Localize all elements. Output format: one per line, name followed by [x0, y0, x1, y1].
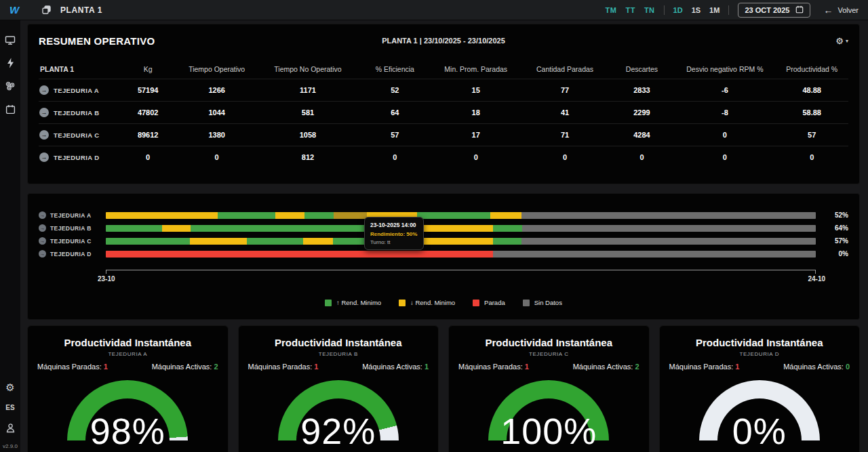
shift-button-tt[interactable]: TT [625, 6, 635, 14]
bar-segment[interactable] [303, 238, 333, 245]
bar-segment[interactable] [247, 238, 303, 245]
divider [664, 5, 665, 15]
bar-segment[interactable] [334, 212, 367, 219]
bar-segment[interactable] [106, 238, 190, 245]
language-selector[interactable]: ES [5, 404, 14, 411]
timeline-bar[interactable] [106, 225, 816, 232]
timeline-row: →TEJEDURIA D0% [39, 247, 848, 260]
row-name-cell: →TEJEDURIA C [39, 124, 119, 146]
row-expand-icon[interactable]: → [39, 237, 46, 245]
row-expand-icon[interactable]: → [39, 130, 49, 140]
row-name-cell: →TEJEDURIA D [39, 146, 119, 168]
bar-segment[interactable] [162, 225, 191, 232]
bar-segment[interactable] [106, 212, 218, 219]
row-expand-icon[interactable]: → [39, 152, 49, 162]
row-expand-icon[interactable]: → [39, 211, 46, 219]
bar-segment[interactable] [106, 251, 493, 258]
table-cell: 57 [775, 125, 848, 145]
table-cell: 581 [257, 102, 358, 123]
bar-segment[interactable] [275, 212, 304, 219]
timeline-row: →TEJEDURIA C57% [39, 234, 848, 247]
table-row[interactable]: →TEJEDURIA B4780210445816418412299-858.8… [39, 101, 848, 123]
timeline-row-name: TEJEDURIA B [50, 225, 92, 232]
panel-settings-button[interactable]: ⚙ ▾ [835, 36, 848, 46]
machines-paradas: Máquinas Paradas: 1 [37, 363, 108, 371]
panel-subtitle: PLANTA 1 | 23/10/2025 - 23/10/2025 [39, 37, 848, 45]
legend-item[interactable]: ↑ Rend. Minimo [325, 299, 381, 306]
timeline-row: →TEJEDURIA A52% [39, 209, 848, 222]
date-picker[interactable]: 23 OCT 2025 [738, 3, 810, 18]
back-button[interactable]: ← Volver [823, 5, 859, 15]
bar-segment[interactable] [493, 238, 522, 245]
bar-segment[interactable] [522, 225, 816, 232]
table-row[interactable]: →TEJEDURIA A57194126611715215772833-648.… [39, 79, 848, 101]
table-row[interactable]: →TEJEDURIA D00812000000 [39, 146, 848, 168]
row-expand-icon[interactable]: → [39, 85, 49, 95]
settings-gear-icon[interactable]: ⚙ [0, 376, 20, 399]
bar-segment[interactable] [521, 212, 815, 219]
bar-segment[interactable] [190, 238, 248, 245]
table-cell: 2299 [610, 102, 675, 123]
table-row[interactable]: →TEJEDURIA C89612138010585717714284057 [39, 123, 848, 146]
lightning-icon[interactable] [0, 52, 20, 75]
bar-segment[interactable] [417, 225, 493, 232]
shift-button-tm[interactable]: TM [606, 6, 617, 14]
period-button-1s[interactable]: 1S [692, 6, 701, 14]
chart-legend: ↑ Rend. Minimo↓ Rend. MinimoParadaSin Da… [39, 299, 848, 306]
timeline-bar[interactable] [106, 251, 816, 258]
bar-segment[interactable] [493, 251, 816, 258]
timeline-bar[interactable] [106, 238, 816, 245]
legend-label: ↑ Rend. Minimo [336, 299, 381, 306]
bar-segment[interactable] [304, 212, 334, 219]
row-expand-icon[interactable]: → [39, 224, 46, 232]
machines-paradas-value: 1 [735, 363, 739, 371]
table-column-header: Kg [119, 61, 176, 79]
machines-activas-value: 2 [214, 363, 218, 371]
shift-button-tn[interactable]: TN [644, 6, 655, 14]
top-bar: W PLANTA 1 TM TT TN 1D 1S 1M 23 OCT 2025 [0, 0, 868, 20]
table-cell: 71 [520, 125, 609, 145]
calendar-icon-sidebar[interactable] [0, 98, 20, 121]
legend-swatch [473, 300, 479, 306]
table-cell: 1171 [257, 80, 358, 100]
timeline-row-label: →TEJEDURIA A [39, 211, 106, 219]
table-cell: 77 [520, 80, 609, 100]
period-button-1m[interactable]: 1M [709, 6, 719, 14]
pages-icon[interactable] [42, 5, 51, 14]
timeline-row-label: →TEJEDURIA C [39, 237, 106, 245]
card-subtitle: TEJEDURIA B [248, 351, 429, 357]
bar-segment[interactable] [218, 212, 275, 219]
productivity-card: Productividad InstantáneaTEJEDURIA DMáqu… [659, 325, 861, 452]
legend-swatch [399, 300, 406, 306]
legend-item[interactable]: Parada [473, 299, 505, 306]
row-expand-icon[interactable]: → [39, 250, 46, 258]
table-cell: 57194 [119, 80, 176, 100]
bar-segment[interactable] [106, 225, 162, 232]
card-title: Productividad Instantánea [669, 337, 850, 348]
legend-item[interactable]: Sin Datos [523, 299, 562, 306]
table-column-header: Min. Prom. Paradas [431, 61, 520, 79]
tooltip-datetime: 23-10-2025 14:00 [370, 222, 418, 228]
spools-icon[interactable] [0, 75, 20, 98]
timeline-bar[interactable] [106, 212, 816, 219]
machines-activas: Máquinas Activas: 2 [152, 363, 218, 371]
user-icon[interactable] [0, 416, 20, 439]
bar-segment[interactable] [490, 212, 521, 219]
row-name-label: TEJEDURIA D [54, 154, 99, 161]
bar-segment[interactable] [417, 212, 491, 219]
period-button-1d[interactable]: 1D [673, 6, 683, 14]
monitor-icon[interactable] [0, 28, 20, 52]
productivity-card: Productividad InstantáneaTEJEDURIA BMáqu… [238, 325, 439, 452]
main-content: RESUMEN OPERATIVO PLANTA 1 | 23/10/2025 … [20, 20, 868, 452]
back-arrow-icon: ← [823, 5, 833, 15]
gauge-value: 98% [67, 410, 188, 452]
table-cell: 15 [431, 80, 520, 100]
bar-segment[interactable] [417, 238, 493, 245]
app-logo[interactable]: W [9, 3, 24, 17]
legend-item[interactable]: ↓ Rend. Minimo [399, 299, 455, 306]
card-subtitle: TEJEDURIA C [458, 351, 639, 357]
bar-segment[interactable] [521, 238, 815, 245]
row-expand-icon[interactable]: → [39, 108, 49, 117]
productivity-card: Productividad InstantáneaTEJEDURIA CMáqu… [448, 325, 650, 452]
bar-segment[interactable] [493, 225, 522, 232]
